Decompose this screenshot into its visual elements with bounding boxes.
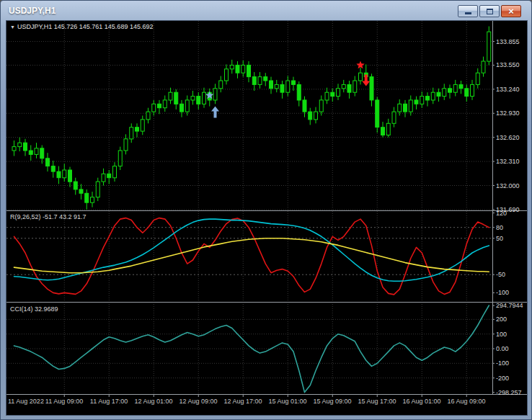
price-axis-label: 133.855 bbox=[496, 38, 520, 45]
symbol-dropdown-icon[interactable]: ▼ bbox=[10, 24, 15, 30]
price-axis-label: 132.310 bbox=[496, 158, 520, 165]
time-axis-label: 12 Aug 17:00 bbox=[223, 398, 262, 405]
minimize-button[interactable] bbox=[458, 5, 478, 17]
indicator1-axis-label: -50 bbox=[496, 271, 505, 278]
series-fast bbox=[14, 218, 489, 295]
indicator2-axis-label: -100 bbox=[496, 359, 509, 367]
price-axis-label: 133.550 bbox=[496, 61, 520, 68]
time-axis-label: 15 Aug 17:00 bbox=[358, 398, 396, 405]
indicator1-axis-label: 120 bbox=[496, 210, 507, 217]
window-title: USDJPY,H1 bbox=[9, 6, 56, 16]
minimize-icon bbox=[465, 12, 471, 14]
indicator1-axis-label: 80 bbox=[496, 224, 503, 231]
indicator1-label: R(9,26,52) -51.7 43.2 91.7 bbox=[10, 213, 87, 220]
ohlc-info-text: USDJPY,H1 145.726 145.761 145.689 145.69… bbox=[17, 23, 154, 30]
indicator2-axis-label: 100 bbox=[496, 331, 507, 338]
time-axis-label: 15 Aug 01:00 bbox=[268, 398, 306, 405]
price-axis-label: 132.930 bbox=[496, 110, 520, 117]
time-axis-label: 16 Aug 01:00 bbox=[402, 398, 440, 405]
indicator2-axis-label: 200 bbox=[496, 316, 507, 323]
time-axis-label: 11 Aug 09:00 bbox=[45, 398, 83, 405]
time-axis-label: 11 Aug 17:00 bbox=[90, 398, 128, 405]
indicator2-axis-label: 294.7944 bbox=[496, 302, 523, 309]
candles-layer bbox=[12, 27, 491, 210]
ohlc-info: ▼USDJPY,H1 145.726 145.761 145.689 145.6… bbox=[10, 23, 153, 30]
price-axis-label: 132.620 bbox=[496, 134, 520, 141]
time-axis-label: 12 Aug 09:00 bbox=[179, 398, 217, 405]
maximize-icon bbox=[487, 9, 493, 14]
close-button[interactable]: × bbox=[501, 5, 521, 17]
maximize-button[interactable] bbox=[479, 5, 500, 17]
chart-client-area: ▼USDJPY,H1 145.726 145.761 145.689 145.6… bbox=[6, 21, 527, 415]
time-axis-label: 12 Aug 01:00 bbox=[134, 398, 172, 405]
price-axis[interactable]: 133.855133.550133.240132.930132.620132.3… bbox=[493, 21, 527, 394]
indicator2-axis-label: -200 bbox=[496, 375, 509, 382]
close-icon: × bbox=[508, 6, 514, 16]
window-controls: × bbox=[458, 5, 521, 17]
indicator2-label: CCI(14) 32.9689 bbox=[10, 305, 58, 313]
price-axis-label: 133.240 bbox=[496, 86, 520, 93]
buy-arrow-icon bbox=[211, 107, 219, 118]
indicator1-axis-label: 50 bbox=[496, 235, 503, 242]
time-axis[interactable]: 11 Aug 202211 Aug 09:0011 Aug 17:0012 Au… bbox=[6, 394, 527, 415]
time-axis-label: 15 Aug 09:00 bbox=[313, 398, 351, 405]
time-axis-label: 11 Aug 2022 bbox=[8, 398, 44, 405]
sell-star-icon bbox=[356, 61, 364, 68]
price-axis-label: 132.000 bbox=[496, 182, 520, 189]
series-slow bbox=[14, 238, 489, 273]
title-bar[interactable]: USDJPY,H1 × bbox=[1, 1, 531, 21]
application-window: USDJPY,H1 × ▼USDJPY,H1 145.726 145.761 1… bbox=[0, 0, 532, 420]
indicator-lines-layer bbox=[14, 218, 489, 393]
indicator2-axis-label: 0.00 bbox=[496, 345, 509, 352]
time-axis-label: 16 Aug 09:00 bbox=[447, 398, 485, 405]
series-medium bbox=[14, 219, 489, 281]
sell-arrow-icon bbox=[362, 75, 370, 86]
indicator1-axis-label: -100 bbox=[496, 289, 509, 296]
